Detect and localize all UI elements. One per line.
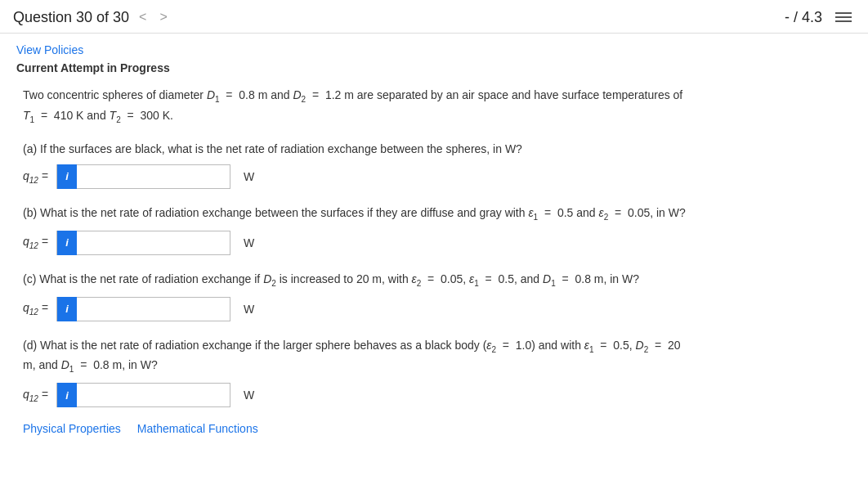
part-c-answer-row: q12 = i W: [23, 297, 852, 321]
part-a-label: q12 =: [23, 169, 48, 185]
part-b: (b) What is the net rate of radiation ex…: [16, 204, 852, 255]
part-c-input[interactable]: [77, 298, 230, 321]
part-a-answer-row: q12 = i W: [23, 164, 852, 189]
part-a-info-icon[interactable]: i: [57, 164, 77, 189]
menu-line-2: [835, 16, 852, 18]
problem-description: Two concentric spheres of diameter D1 = …: [16, 86, 852, 127]
part-d-question: (d) What is the net rate of radiation ex…: [23, 336, 852, 377]
part-a-unit: W: [244, 170, 254, 183]
part-a-question: (a) If the surfaces are black, what is t…: [23, 140, 852, 158]
part-b-label: q12 =: [23, 235, 48, 250]
mathematical-functions-link[interactable]: Mathematical Functions: [137, 422, 258, 435]
view-policies-link[interactable]: View Policies: [16, 43, 83, 56]
menu-button[interactable]: [832, 9, 855, 25]
part-b-input[interactable]: [77, 231, 230, 254]
part-a-input-wrapper: i: [56, 164, 230, 189]
part-a-input[interactable]: [77, 165, 230, 188]
menu-line-1: [835, 12, 852, 14]
part-d-unit: W: [244, 388, 254, 402]
part-c-label: q12 =: [23, 301, 48, 317]
part-d: (d) What is the net rate of radiation ex…: [16, 336, 852, 408]
main-content: View Policies Current Attempt in Progres…: [0, 34, 868, 448]
footer-links: Physical Properties Mathematical Functio…: [16, 422, 852, 435]
part-c-unit: W: [244, 303, 254, 316]
part-d-input-wrapper: i: [56, 383, 230, 407]
part-b-answer-row: q12 = i W: [23, 231, 852, 255]
part-d-answer-row: q12 = i W: [23, 383, 852, 407]
part-a: (a) If the surfaces are black, what is t…: [16, 140, 852, 189]
attempt-status: Current Attempt in Progress: [16, 61, 852, 74]
part-d-label: q12 =: [23, 388, 48, 403]
part-b-info-icon[interactable]: i: [57, 231, 77, 255]
physical-properties-link[interactable]: Physical Properties: [23, 422, 121, 435]
part-b-input-wrapper: i: [56, 231, 230, 255]
header-right: - / 4.3: [785, 9, 855, 26]
part-d-info-icon[interactable]: i: [57, 383, 77, 407]
part-c-input-wrapper: i: [56, 297, 230, 321]
next-question-button[interactable]: >: [156, 8, 170, 26]
question-label: Question 30 of 30: [13, 9, 129, 26]
page-header: Question 30 of 30 < > - / 4.3: [0, 0, 868, 34]
part-c-info-icon[interactable]: i: [57, 297, 77, 321]
prev-question-button[interactable]: <: [136, 8, 150, 26]
part-b-unit: W: [244, 236, 254, 249]
header-left: Question 30 of 30 < >: [13, 8, 171, 26]
part-c-question: (c) What is the net rate of radiation ex…: [23, 270, 852, 290]
part-b-question: (b) What is the net rate of radiation ex…: [23, 204, 852, 224]
part-d-input[interactable]: [77, 384, 230, 406]
score-display: - / 4.3: [785, 9, 822, 26]
part-c: (c) What is the net rate of radiation ex…: [16, 270, 852, 321]
menu-line-3: [835, 20, 852, 22]
